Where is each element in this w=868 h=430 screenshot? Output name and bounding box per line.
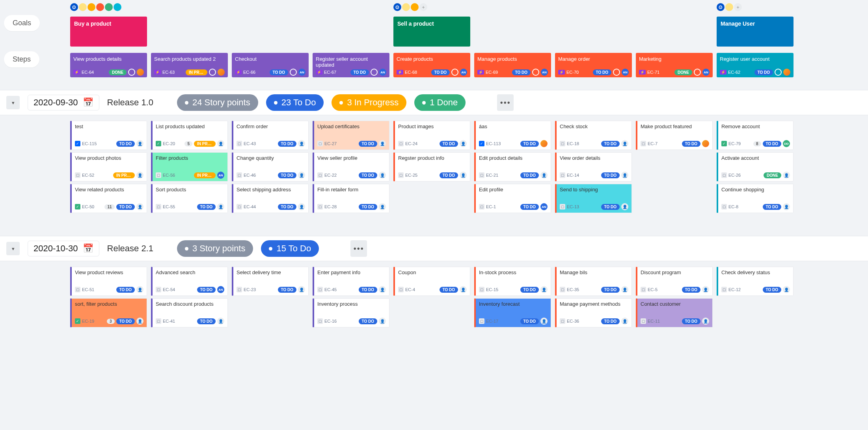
- step-card[interactable]: View products details ⚡EC-64 DONE: [70, 53, 147, 77]
- unassigned-icon: 👤: [540, 172, 548, 179]
- story-card[interactable]: Change quantity ▢EC-46 TO DO👤: [232, 152, 309, 181]
- story-key: EC-43: [244, 141, 256, 146]
- ring-icon: [371, 69, 378, 76]
- goal-card[interactable]: Manage User: [717, 17, 793, 47]
- story-card[interactable]: Confirm order ▢EC-43 TO DO👤: [232, 121, 309, 150]
- unassigned-icon: 👤: [298, 172, 305, 179]
- dot-icon: [185, 247, 188, 251]
- story-card[interactable]: Send to shipping ▢EC-13 TO DO👤: [555, 184, 632, 213]
- story-card[interactable]: Check stock ▢EC-18 TO DO👤: [555, 121, 632, 150]
- collapse-toggle[interactable]: ▾: [6, 242, 20, 255]
- story-card[interactable]: View product reviews ▢EC-51 TO DO👤: [70, 267, 147, 296]
- story-card[interactable]: Advanced search ▢EC-54 TO DOAN: [151, 267, 228, 296]
- unassigned-icon: 👤: [136, 203, 143, 210]
- story-card[interactable]: Sort products ▢EC-55 TO DO👤: [151, 184, 228, 213]
- step-title: Search products updated 2: [154, 56, 225, 62]
- persona-avatar[interactable]: [105, 3, 113, 11]
- step-card[interactable]: Manage order ⚡EC-70 TO DOAN: [555, 53, 632, 77]
- story-title: Sort products: [156, 187, 224, 193]
- persona-avatar[interactable]: [402, 3, 410, 11]
- story-card[interactable]: View seller profile ▢EC-22 TO DO👤: [313, 152, 389, 181]
- gear-icon[interactable]: ⚙: [393, 3, 401, 11]
- step-card[interactable]: Checkout ⚡EC-66 TO DOAN: [232, 53, 309, 77]
- gear-icon[interactable]: ⚙: [717, 3, 725, 11]
- unassigned-icon: 👤: [621, 140, 628, 147]
- release-stat-pill[interactable]: 3 In Progress: [332, 94, 406, 111]
- persona-avatar[interactable]: [79, 3, 87, 11]
- story-key: EC-23: [244, 287, 256, 292]
- release-stat-pill[interactable]: 3 Story points: [177, 240, 253, 257]
- gear-icon[interactable]: ⚙: [70, 3, 78, 11]
- collapse-toggle[interactable]: ▾: [6, 96, 20, 109]
- persona-avatar[interactable]: [114, 3, 121, 11]
- story-card[interactable]: Edit product details ▢EC-21 TO DO👤: [474, 152, 551, 181]
- status-pill: TO DO: [270, 69, 288, 75]
- story-card[interactable]: Make product featured ▢EC-7 TO DO: [636, 121, 713, 150]
- release-stat-pill[interactable]: 23 To Do: [266, 94, 324, 111]
- story-key: EC-11: [648, 319, 660, 323]
- status-pill: TO DO: [359, 141, 377, 147]
- story-card[interactable]: Inventory process ▢EC-16 TO DO👤: [313, 298, 389, 327]
- story-key: EC-14: [567, 173, 579, 178]
- story-card[interactable]: Fill-in retailer form ▢EC-28 TO DO👤: [313, 184, 389, 213]
- release-date[interactable]: 2020-10-30📅: [28, 241, 99, 256]
- story-card[interactable]: Activate account ▢EC-26 DONE👤: [717, 152, 793, 181]
- story-card[interactable]: Inventory forecast ▢EC-17 TO DO👤: [474, 298, 551, 327]
- story-title: View product reviews: [75, 269, 143, 275]
- unassigned-icon: 👤: [540, 318, 548, 325]
- step-card[interactable]: Register user account ⚡EC-62 TO DO: [717, 53, 793, 77]
- dot-icon: [269, 247, 272, 251]
- persona-avatar[interactable]: [96, 3, 104, 11]
- story-card[interactable]: Search discount products ▢EC-41 TO DO👤: [151, 298, 228, 327]
- goal-card[interactable]: Sell a product: [393, 17, 470, 47]
- release-stat-pill[interactable]: 1 Done: [414, 94, 466, 111]
- story-card[interactable]: test ✓EC-115 TO DO👤: [70, 121, 147, 150]
- story-card[interactable]: Coupon ▢EC-4 TO DO👤: [393, 267, 470, 296]
- release-stat-pill[interactable]: 24 Story points: [177, 94, 258, 111]
- step-card[interactable]: Register seller account updated ⚡EC-67 T…: [313, 53, 389, 77]
- story-card[interactable]: Continue shopping ▢EC-8 TO DO👤: [717, 184, 793, 213]
- add-persona-icon[interactable]: ＋: [419, 3, 427, 11]
- story-card[interactable]: Manage bils ▢EC-35 TO DO👤: [555, 267, 632, 296]
- story-title: sort, filter products: [75, 301, 143, 307]
- story-card[interactable]: Edit profile ▢EC-1 TO DOAN: [474, 184, 551, 213]
- more-menu[interactable]: •••: [350, 240, 367, 257]
- story-card[interactable]: Remove account ✓EC-79 8TO DODD: [717, 121, 793, 150]
- story-card[interactable]: View order details ▢EC-14 TO DO👤: [555, 152, 632, 181]
- release-date[interactable]: 2020-09-30📅: [28, 95, 99, 110]
- story-card[interactable]: Filter products ▢EC-56 IN PROG...AN: [151, 152, 228, 181]
- more-menu[interactable]: •••: [497, 94, 514, 111]
- story-card[interactable]: Select shipping address ▢EC-44 TO DO👤: [232, 184, 309, 213]
- story-card[interactable]: In-stock process ▢EC-15 TO DO👤: [474, 267, 551, 296]
- step-card[interactable]: Marketing ⚡EC-71 DONEAN: [636, 53, 713, 77]
- epic-icon: ⚡: [316, 70, 322, 75]
- step-card[interactable]: Create products ⚡EC-68 TO DOAN: [393, 53, 470, 77]
- status-pill: TO DO: [197, 318, 216, 324]
- story-card[interactable]: List products updated ✓EC-20 5IN PROG...…: [151, 121, 228, 150]
- story-card[interactable]: Check delivery status ▢EC-12 TO DO👤: [717, 267, 793, 296]
- story-card[interactable]: Product images ▢EC-24 TO DO👤: [393, 121, 470, 150]
- story-card[interactable]: Manage payment methods ▢EC-36 TO DO👤: [555, 298, 632, 327]
- issue-type-icon: ▢: [479, 318, 484, 324]
- story-card[interactable]: View related products ✓EC-50 11TO DO👤: [70, 184, 147, 213]
- story-card[interactable]: Enter payment info ▢EC-45 TO DO👤: [313, 267, 389, 296]
- step-card[interactable]: Search products updated 2 ⚡EC-63 IN PROG…: [151, 53, 228, 77]
- story-card[interactable]: Discount program ▢EC-5 TO DO👤: [636, 267, 713, 296]
- story-card[interactable]: Select delivery time ▢EC-23 TO DO👤: [232, 267, 309, 296]
- issue-type-icon: ▢: [237, 204, 242, 209]
- goal-card[interactable]: Buy a product: [70, 17, 147, 47]
- story-card[interactable]: Upload certificates ▢EC-27 TO DO👤: [313, 121, 389, 150]
- issue-type-icon: ▢: [156, 318, 161, 324]
- persona-avatar[interactable]: [411, 3, 419, 11]
- story-card[interactable]: áas ✓EC-113 TO DO: [474, 121, 551, 150]
- step-card[interactable]: Manage products ⚡EC-69 TO DOAN: [474, 53, 551, 77]
- story-card[interactable]: Regster product info ▢EC-25 TO DO👤: [393, 152, 470, 181]
- goals-label: Goals: [4, 15, 40, 31]
- persona-avatar[interactable]: [88, 3, 95, 11]
- story-card[interactable]: View product photos ▢EC-52 IN PROG...👤: [70, 152, 147, 181]
- add-persona-icon[interactable]: ＋: [734, 3, 742, 11]
- story-card[interactable]: Contact customer ▢EC-11 TO DO👤: [636, 298, 713, 327]
- release-stat-pill[interactable]: 15 To Do: [261, 240, 319, 257]
- story-card[interactable]: sort, filter products ✓EC-19 3TO DO👤: [70, 298, 147, 327]
- persona-avatar[interactable]: [725, 3, 733, 11]
